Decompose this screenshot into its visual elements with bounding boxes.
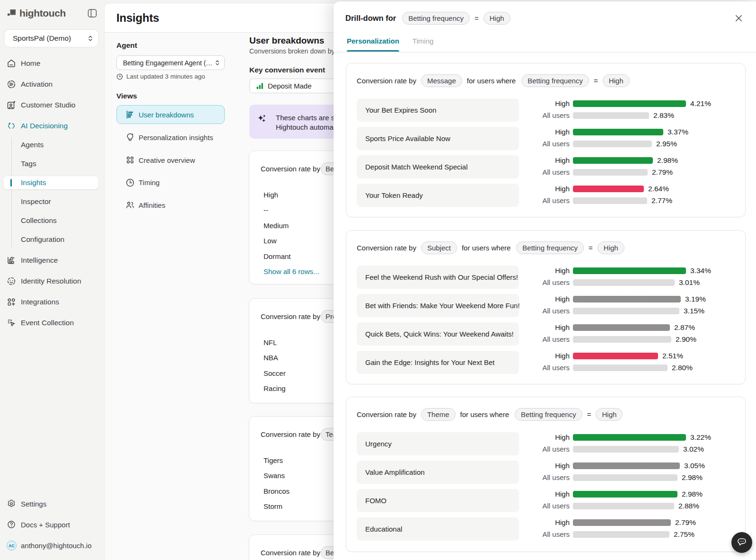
ai-decisioning-icon: [7, 121, 16, 131]
chat-button[interactable]: [731, 532, 752, 553]
bar-value-all-users: 2.80%: [672, 364, 693, 372]
row-label-tile: Deposit Match Weekend Special: [357, 155, 519, 178]
series-label-all-users: All users: [525, 530, 570, 538]
card-row-label: Tigers: [264, 456, 283, 464]
sidebar-item-identity-resolution[interactable]: Identity Resolution: [0, 272, 104, 291]
bar-value-all-users: 2.98%: [682, 473, 703, 482]
view-item-creative-overview[interactable]: Creative overview: [116, 151, 225, 169]
sidebar-item-docs-support[interactable]: Docs + Support: [0, 516, 104, 533]
card-title: Conversion rate by: [357, 410, 416, 418]
filter-field-chip[interactable]: Betting frequency: [515, 408, 582, 421]
card-row-label: High: [264, 191, 278, 199]
sidebar-item-agents[interactable]: Agents: [0, 135, 104, 154]
tab-timing[interactable]: Timing: [413, 37, 433, 48]
view-item-user-breakdowns[interactable]: User breakdowns: [116, 105, 225, 124]
view-item-timing[interactable]: Timing: [116, 173, 225, 192]
sidebar-item-insights[interactable]: Insights: [0, 173, 104, 192]
row-label-tile: Sports Price Available Now: [357, 127, 519, 150]
dimension-chip[interactable]: Subject: [421, 241, 457, 254]
sidebar-item-settings[interactable]: Settings: [0, 495, 104, 512]
filter-value-chip[interactable]: High: [598, 241, 624, 254]
filter-value-chip[interactable]: High: [483, 12, 510, 25]
breakdowns-icon: [125, 110, 135, 119]
dimension-chip[interactable]: Message: [421, 74, 462, 87]
series-label-all-users: All users: [525, 307, 570, 315]
page-title: Insights: [116, 11, 159, 25]
row-label: Your Token Ready: [365, 191, 423, 199]
sidebar-item-activation[interactable]: Activation: [0, 75, 104, 94]
brand: hightouch: [7, 8, 97, 18]
sidebar-item-label: Settings: [21, 500, 46, 508]
account-menu[interactable]: ACanthony@hightouch.io: [0, 537, 104, 554]
card-row-label: --: [264, 206, 268, 214]
collapse-sidebar-icon[interactable]: [88, 9, 97, 18]
row-label-tile: Your Bet Expires Soon: [357, 98, 519, 122]
activation-icon: [7, 80, 16, 89]
card-row-label: Swans: [264, 471, 285, 480]
sidebar-item-intelligence[interactable]: Intelligence: [0, 251, 104, 270]
sidebar-item-inspector[interactable]: Inspector: [0, 192, 104, 211]
tab-personalization[interactable]: Personalization: [347, 37, 399, 48]
view-item-affinities[interactable]: Affinities: [116, 196, 225, 214]
card-title-row: Conversion rate byMessagefor users where…: [357, 74, 630, 87]
series-label-high: High: [525, 462, 570, 470]
card-row-label: Soccer: [264, 369, 286, 377]
creative-icon: [125, 155, 135, 165]
row-label-tile: Urgency: [357, 432, 519, 455]
sidebar-item-label: Home: [21, 59, 40, 68]
sidebar-item-event-collection[interactable]: Event Collection: [0, 313, 104, 332]
bar-all-users: [573, 474, 677, 481]
sidebar-item-customer-studio[interactable]: Customer Studio: [0, 96, 104, 115]
agent-label: Agent: [116, 41, 137, 50]
sidebar-item-integrations[interactable]: Integrations: [0, 293, 104, 311]
sidebar-item-collections[interactable]: Collections: [0, 211, 104, 230]
view-item-label: Timing: [139, 178, 159, 187]
tabs-divider: [334, 52, 756, 53]
filter-field-chip[interactable]: Betting frequency: [402, 12, 470, 25]
sidebar-item-home[interactable]: Home: [0, 54, 104, 73]
bar-value-high: 4.21%: [690, 99, 711, 108]
show-all-rows-link[interactable]: Show all 6 rows...: [264, 267, 319, 276]
card-title-mid: for users where: [460, 410, 509, 418]
active-tab-underline: [347, 50, 399, 52]
bar-value-high: 2.87%: [674, 323, 695, 332]
card-title: Conversion rate by: [261, 312, 320, 320]
bar-value-all-users: 2.90%: [676, 335, 696, 344]
sidebar-item-label: Collections: [21, 216, 57, 225]
filter-field-chip[interactable]: Betting frequency: [516, 241, 584, 254]
sidebar-item-ai-decisioning[interactable]: AI Decisioning: [0, 116, 104, 135]
conversion-rate-card-message: Conversion rate byMessagefor users where…: [346, 63, 746, 217]
key-event-label: Key conversion event: [249, 66, 325, 74]
row-label-tile: Value Amplification: [357, 461, 519, 484]
bar-value-high: 2.64%: [648, 185, 669, 193]
bar-all-users: [573, 169, 648, 176]
help-icon: [7, 520, 16, 529]
filter-value-chip[interactable]: High: [596, 408, 623, 421]
bar-value-all-users: 2.95%: [656, 140, 677, 148]
sidebar-item-label: Integrations: [21, 298, 59, 306]
bar-all-users: [573, 141, 652, 147]
identity-resolution-icon: [7, 276, 16, 286]
agent-select[interactable]: Betting Engagement Agent (…: [116, 55, 225, 70]
hightouch-logo-icon: [7, 9, 16, 18]
card-row-label: Broncos: [264, 487, 290, 495]
close-icon[interactable]: [733, 12, 744, 24]
bar-high: [573, 129, 663, 135]
filter-value-chip[interactable]: High: [603, 74, 630, 87]
sidebar-item-configuration[interactable]: Configuration: [0, 230, 104, 249]
filter-field-chip[interactable]: Betting frequency: [521, 74, 589, 87]
bar-value-high: 3.05%: [684, 462, 705, 470]
bar-chart-icon: [256, 83, 264, 89]
integrations-icon: [7, 297, 16, 307]
bar-value-all-users: 3.01%: [679, 278, 700, 287]
view-item-label: Affinities: [139, 201, 165, 209]
workspace-select[interactable]: SportsPal (Demo): [4, 29, 99, 47]
row-label: Educational: [365, 525, 402, 533]
dimension-chip[interactable]: Theme: [421, 408, 456, 421]
sidebar-item-label: Customer Studio: [21, 101, 75, 109]
sidebar-item-tags[interactable]: Tags: [0, 154, 104, 173]
view-item-personalization-insights[interactable]: Personalization insights: [116, 128, 225, 147]
series-label-high: High: [525, 185, 570, 193]
bar-all-users: [573, 112, 649, 119]
row-label: Bet with Friends: Make Your Weekend More…: [365, 302, 520, 310]
